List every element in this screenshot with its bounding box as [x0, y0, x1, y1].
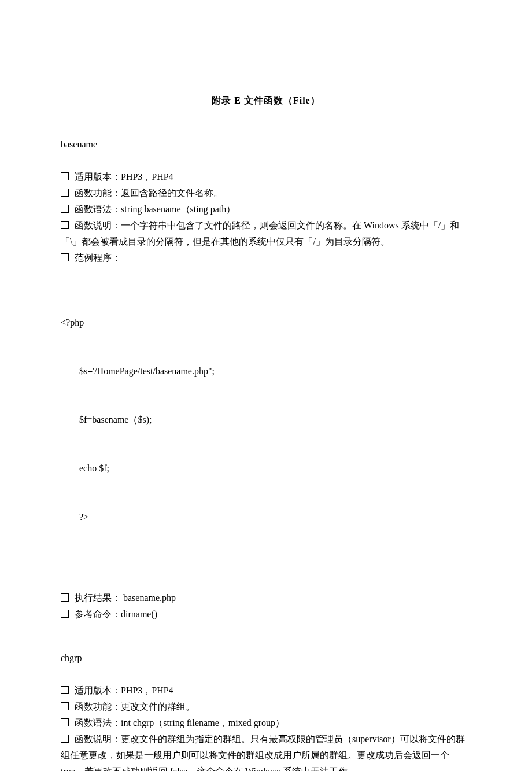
value-result: basename.php — [121, 593, 176, 603]
code-line: $f=basename（$s); — [61, 412, 471, 428]
checkbox-icon — [61, 593, 69, 602]
value-feature: 返回含路径的文件名称。 — [121, 188, 223, 198]
value-description: 一个字符串中包含了文件的路径，则会返回文件的名称。在 Windows 系统中「/… — [61, 220, 459, 246]
label-result: 执行结果： — [75, 593, 121, 603]
row-feature: 函数功能：返回含路径的文件名称。 — [61, 185, 471, 201]
page-title: 附录 E 文件函数（File） — [61, 93, 471, 109]
value-version: PHP3，PHP4 — [121, 685, 173, 695]
label-feature: 函数功能： — [75, 188, 121, 198]
label-see-also: 参考命令： — [75, 609, 121, 619]
label-description: 函数说明： — [75, 220, 121, 230]
checkbox-icon — [61, 702, 69, 710]
label-version: 适用版本： — [75, 172, 121, 182]
value-see-also: dirname() — [121, 609, 157, 619]
value-description: 更改文件的群组为指定的群组。只有最高权限的管理员（supervisor）可以将文… — [61, 734, 465, 771]
value-syntax: int chgrp（string filename，mixed group） — [121, 718, 285, 728]
checkbox-icon — [61, 172, 69, 180]
value-syntax: string basename（sting path） — [121, 204, 235, 214]
checkbox-icon — [61, 189, 69, 197]
checkbox-icon — [61, 253, 69, 261]
code-line: ?> — [61, 509, 471, 525]
row-version: 适用版本：PHP3，PHP4 — [61, 169, 471, 185]
checkbox-icon — [61, 735, 69, 743]
row-see-also: 参考命令：dirname() — [61, 606, 471, 622]
value-version: PHP3，PHP4 — [121, 172, 173, 182]
function-name-chgrp: chgrp — [61, 650, 471, 666]
code-line: <?php — [61, 315, 471, 331]
checkbox-icon — [61, 718, 69, 726]
code-line: $s='/HomePage/test/basename.php"; — [61, 363, 471, 379]
document-page: 附录 E 文件函数（File） basename 适用版本：PHP3，PHP4 … — [0, 0, 532, 771]
checkbox-icon — [61, 221, 69, 229]
label-syntax: 函数语法： — [75, 204, 121, 214]
checkbox-icon — [61, 610, 69, 618]
label-description: 函数说明： — [75, 734, 121, 744]
label-feature: 函数功能： — [75, 702, 121, 711]
label-version: 适用版本： — [75, 685, 121, 695]
row-syntax: 函数语法：int chgrp（string filename，mixed gro… — [61, 715, 471, 731]
row-result: 执行结果： basename.php — [61, 590, 471, 606]
label-syntax: 函数语法： — [75, 718, 121, 728]
row-feature: 函数功能：更改文件的群组。 — [61, 699, 471, 715]
row-description: 函数说明：一个字符串中包含了文件的路径，则会返回文件的名称。在 Windows … — [61, 217, 471, 250]
row-syntax: 函数语法：string basename（sting path） — [61, 201, 471, 217]
code-line: echo $f; — [61, 460, 471, 477]
code-block: <?php $s='/HomePage/test/basename.php"; … — [61, 282, 471, 558]
checkbox-icon — [61, 205, 69, 213]
checkbox-icon — [61, 686, 69, 694]
value-feature: 更改文件的群组。 — [121, 702, 195, 711]
row-example: 范例程序： — [61, 250, 471, 266]
function-name-basename: basename — [61, 137, 471, 153]
label-example: 范例程序： — [75, 253, 121, 263]
row-description: 函数说明：更改文件的群组为指定的群组。只有最高权限的管理员（supervisor… — [61, 731, 471, 771]
row-version: 适用版本：PHP3，PHP4 — [61, 683, 471, 699]
